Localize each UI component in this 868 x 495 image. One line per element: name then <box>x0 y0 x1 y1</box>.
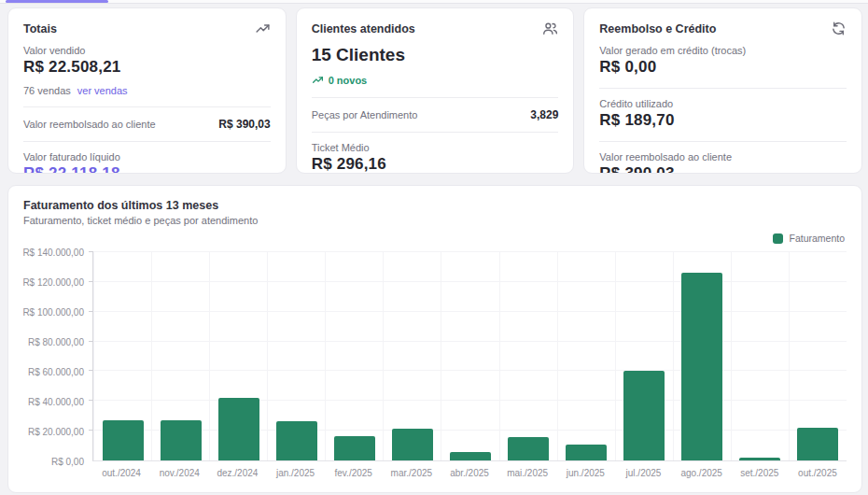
novos-clientes-row: 0 novos <box>312 74 559 86</box>
faturado-label: Valor faturado líquido <box>23 151 271 163</box>
y-tick-label: R$ 40.000,00 <box>28 397 84 407</box>
bar-column <box>93 252 151 460</box>
bar-column <box>673 252 731 460</box>
card-title: Clientes atendidos <box>312 22 415 35</box>
x-tick-label: abr./2025 <box>441 461 498 482</box>
trending-up-small-icon <box>312 74 324 86</box>
summary-cards-row: Totais Valor vendido R$ 22.508,21 76 ven… <box>7 7 862 174</box>
x-tick-label: jun./2025 <box>556 461 614 482</box>
card-clientes-atendidos: Clientes atendidos 15 Clientes 0 novos P… <box>296 7 575 174</box>
reembolsado-row: Valor reembolsado ao cliente R$ 390,03 <box>23 107 271 141</box>
bar-mai./2025[interactable] <box>508 437 549 460</box>
y-tick-label: R$ 140.000,00 <box>22 248 84 258</box>
bar-fev./2025[interactable] <box>334 436 375 460</box>
ticket-medio-value: R$ 296,16 <box>312 155 559 174</box>
divider <box>599 88 847 89</box>
vendas-row: 76 vendas ver vendas <box>23 85 271 96</box>
valor-vendido-value: R$ 22.508,21 <box>23 58 271 77</box>
chart-plot <box>92 252 847 461</box>
bar-column <box>615 252 673 460</box>
y-tick-label: R$ 60.000,00 <box>28 367 84 377</box>
novos-clientes-label: 0 novos <box>329 75 368 86</box>
card-title: Reembolso e Crédito <box>599 22 716 35</box>
y-tick-label: R$ 80.000,00 <box>28 337 84 347</box>
card-clientes-header: Clientes atendidos <box>312 21 559 36</box>
vendas-count: 76 vendas <box>23 85 71 96</box>
x-tick-label: jul./2025 <box>614 461 672 482</box>
credito-gerado-value: R$ 0,00 <box>599 58 847 77</box>
bar-abr./2025[interactable] <box>450 452 491 460</box>
bar-column <box>499 252 557 460</box>
bar-jun./2025[interactable] <box>566 445 607 460</box>
bar-column <box>383 252 441 460</box>
bar-column <box>557 252 615 460</box>
card-totais: Totais Valor vendido R$ 22.508,21 76 ven… <box>7 7 287 174</box>
bar-jan./2025[interactable] <box>276 421 317 460</box>
trending-up-icon <box>255 21 271 36</box>
valor-vendido-label: Valor vendido <box>23 45 271 56</box>
bar-column <box>151 252 209 460</box>
reembolsado-cliente-value: R$ 390,03 <box>599 164 847 174</box>
pecas-label: Peças por Atendimento <box>312 109 418 120</box>
divider <box>312 132 559 133</box>
faturado-value: R$ 22.118,18 <box>23 164 271 174</box>
bar-column <box>325 252 383 460</box>
bar-dez./2024[interactable] <box>218 398 259 460</box>
x-tick-label: set./2025 <box>731 461 789 482</box>
tab-indicator-row <box>0 0 868 4</box>
bar-column <box>789 252 847 460</box>
x-tick-label: out./2024 <box>92 461 150 482</box>
card-totais-header: Totais <box>23 21 271 36</box>
x-tick-label: fev./2025 <box>325 461 383 482</box>
bar-out./2025[interactable] <box>797 428 838 460</box>
chart-y-axis: R$ 140.000,00R$ 120.000,00R$ 100.000,00R… <box>23 252 92 461</box>
y-tick-label: R$ 0,00 <box>51 457 84 467</box>
bar-out./2024[interactable] <box>103 420 144 460</box>
x-tick-label: dez./2024 <box>208 461 266 482</box>
reembolsado-label: Valor reembolsado ao cliente <box>23 119 156 130</box>
legend-swatch-faturamento[interactable] <box>773 233 783 244</box>
bar-set./2025[interactable] <box>739 458 780 460</box>
legend-label-faturamento[interactable]: Faturamento <box>789 233 845 244</box>
bar-column <box>267 252 325 460</box>
divider <box>599 141 847 142</box>
y-tick-label: R$ 20.000,00 <box>28 427 84 437</box>
pecas-row: Peças por Atendimento 3,829 <box>312 98 559 132</box>
bar-nov./2024[interactable] <box>161 420 202 460</box>
credito-utilizado-label: Crédito utilizado <box>599 98 847 109</box>
x-tick-label: ago./2025 <box>673 461 731 482</box>
y-tick-label: R$ 120.000,00 <box>22 277 84 288</box>
refresh-icon[interactable] <box>831 21 847 36</box>
card-reembolso-credito: Reembolso e Crédito Valor gerado em créd… <box>583 7 862 174</box>
y-tick-label: R$ 100.000,00 <box>22 307 84 318</box>
credito-gerado-label: Valor gerado em crédito (trocas) <box>599 45 847 56</box>
x-tick-label: mar./2025 <box>383 461 441 482</box>
x-tick-label: jan./2025 <box>266 461 324 482</box>
active-tab-indicator[interactable] <box>6 0 108 3</box>
ticket-medio-label: Ticket Médio <box>312 142 559 153</box>
reembolsado-value: R$ 390,03 <box>218 118 270 131</box>
bar-ago./2025[interactable] <box>681 273 722 460</box>
chart-subtitle: Faturamento, ticket médio e peças por at… <box>23 215 847 226</box>
chart-legend: Faturamento <box>23 232 845 245</box>
clientes-count-value: 15 Clientes <box>312 45 559 65</box>
reembolsado-cliente-label: Valor reembolsado ao cliente <box>599 151 847 163</box>
bar-jul./2025[interactable] <box>623 371 665 460</box>
x-tick-label: nov./2024 <box>150 461 208 482</box>
pecas-value: 3,829 <box>530 108 558 121</box>
faturamento-chart-card: Faturamento dos últimos 13 meses Faturam… <box>7 185 862 493</box>
credito-utilizado-value: R$ 189,70 <box>599 111 847 130</box>
x-tick-label: mai./2025 <box>498 461 556 482</box>
users-icon <box>542 21 558 36</box>
chart-x-axis: out./2024nov./2024dez./2024jan./2025fev.… <box>92 461 847 482</box>
card-reembolso-header: Reembolso e Crédito <box>599 21 847 36</box>
x-tick-label: out./2025 <box>789 461 847 482</box>
divider <box>23 141 271 142</box>
bar-mar./2025[interactable] <box>392 429 433 460</box>
ver-vendas-link[interactable]: ver vendas <box>77 85 128 96</box>
chart-title: Faturamento dos últimos 13 meses <box>23 199 847 212</box>
card-title: Totais <box>23 22 57 35</box>
bar-column <box>209 252 267 460</box>
bar-column <box>441 252 498 460</box>
bar-column <box>731 252 789 460</box>
